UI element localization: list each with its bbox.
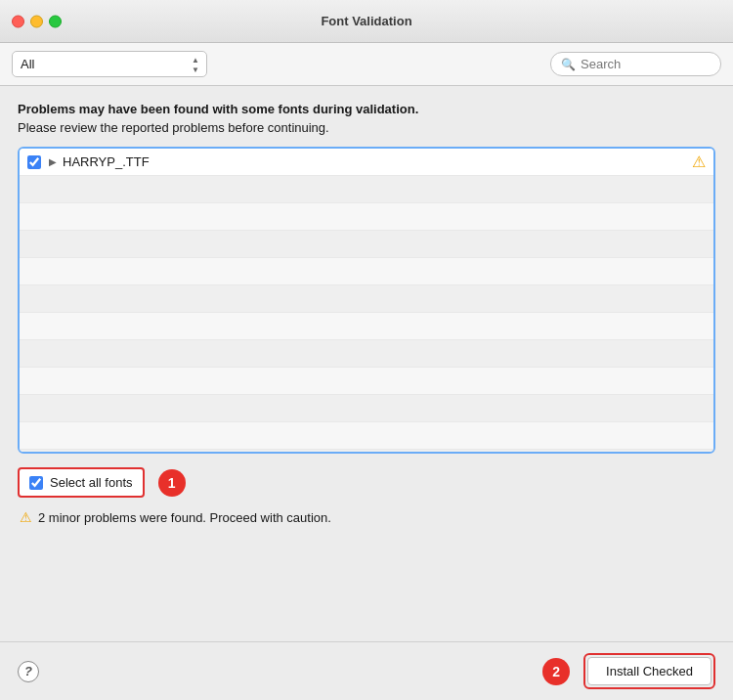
font-list[interactable]: ▶ HARRYP_.TTF ⚠ bbox=[20, 149, 713, 452]
table-row bbox=[20, 313, 713, 340]
expand-arrow-icon: ▶ bbox=[49, 156, 57, 167]
problems-text: 2 minor problems were found. Proceed wit… bbox=[38, 510, 331, 525]
table-row bbox=[20, 422, 713, 450]
traffic-lights bbox=[12, 15, 62, 27]
problems-message: ⚠ 2 minor problems were found. Proceed w… bbox=[20, 509, 715, 525]
font-name: HARRYP_.TTF bbox=[63, 154, 692, 169]
table-row bbox=[20, 176, 713, 203]
close-button[interactable] bbox=[12, 15, 24, 27]
warning-header: Problems may have been found with some f… bbox=[18, 102, 715, 135]
font-list-container: ▶ HARRYP_.TTF ⚠ bbox=[18, 147, 715, 454]
warning-small-icon: ⚠ bbox=[20, 509, 32, 525]
warning-triangle-icon: ⚠ bbox=[692, 153, 706, 171]
install-checked-button[interactable]: Install Checked bbox=[587, 657, 711, 685]
main-content: Problems may have been found with some f… bbox=[0, 86, 733, 541]
toolbar: All Enabled Disabled Problem Fonts ▲ ▼ 🔍 bbox=[0, 43, 733, 86]
table-row bbox=[20, 203, 713, 231]
table-row bbox=[20, 258, 713, 285]
bottom-controls: Select all fonts 1 bbox=[18, 467, 715, 498]
select-all-checkbox[interactable] bbox=[29, 476, 43, 490]
table-row bbox=[20, 285, 713, 313]
search-input[interactable] bbox=[581, 57, 711, 71]
search-box[interactable]: 🔍 bbox=[550, 52, 721, 76]
table-row bbox=[20, 340, 713, 368]
footer-right: 2 Install Checked bbox=[542, 653, 715, 689]
table-row bbox=[20, 395, 713, 422]
warning-title: Problems may have been found with some f… bbox=[18, 102, 715, 116]
table-row bbox=[20, 368, 713, 395]
window-title: Font Validation bbox=[321, 14, 411, 28]
font-checkbox[interactable] bbox=[27, 155, 41, 169]
table-row bbox=[20, 231, 713, 258]
select-all-badge: 1 bbox=[158, 469, 186, 497]
title-bar: Font Validation bbox=[0, 0, 733, 43]
install-badge: 2 bbox=[542, 658, 570, 685]
search-icon: 🔍 bbox=[561, 58, 576, 71]
install-checked-wrapper: Install Checked bbox=[583, 653, 715, 689]
select-all-wrapper[interactable]: Select all fonts bbox=[18, 467, 145, 498]
filter-dropdown[interactable]: All Enabled Disabled Problem Fonts bbox=[12, 51, 207, 77]
help-button[interactable]: ? bbox=[18, 661, 39, 682]
table-row bbox=[20, 450, 713, 452]
table-row[interactable]: ▶ HARRYP_.TTF ⚠ bbox=[20, 149, 713, 176]
minimize-button[interactable] bbox=[30, 15, 43, 27]
filter-dropdown-wrapper[interactable]: All Enabled Disabled Problem Fonts ▲ ▼ bbox=[12, 51, 207, 77]
select-all-label: Select all fonts bbox=[50, 475, 133, 490]
maximize-button[interactable] bbox=[49, 15, 62, 27]
warning-subtitle: Please review the reported problems befo… bbox=[18, 120, 715, 135]
footer: ? 2 Install Checked bbox=[0, 641, 733, 700]
